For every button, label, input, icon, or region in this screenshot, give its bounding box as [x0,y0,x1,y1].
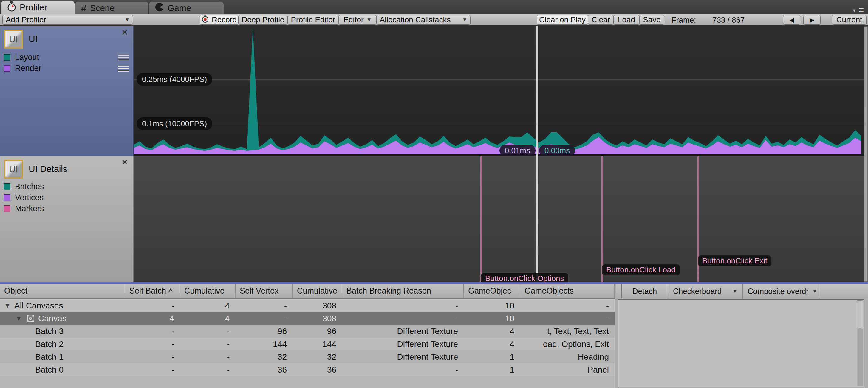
column-header-cumulative[interactable]: Cumulative [293,284,342,298]
module-title: UI [29,34,37,44]
cell-cumulative: 4 [180,312,236,325]
previous-frame-button[interactable]: ◀ [783,15,800,25]
column-header-self-vertex[interactable]: Self Vertex [236,284,293,298]
scrollbar-thumb[interactable] [864,27,868,282]
legend-label: Batches [15,182,44,191]
record-button[interactable]: Record [200,15,239,25]
window-menu-icon[interactable]: ≡ [859,5,864,15]
composite-overdraw-dropdown[interactable]: Composite overdr▼ [742,284,820,299]
tab-label: Game [167,3,191,13]
ui-batch-table: ObjectSelf BatchCumulativeSelf VertexCum… [0,284,615,388]
profile-editor-button[interactable]: Profile Editor [287,15,339,25]
cell-self-vertex: - [236,299,293,312]
table-row-batch-2[interactable]: Batch 2--144144Different Texture4oad, Op… [0,337,615,351]
event-marker-line [480,156,482,282]
tab-scene[interactable]: # Scene [75,2,149,14]
preview-panel: Detach Checkerboard▼ Composite overdr▼ [616,284,868,388]
cell-gameobjec: 10 [464,299,520,312]
cell-gameobjects: Heading [520,351,615,363]
cell-self-batch: - [125,337,180,351]
cell-cumulative: 36 [293,363,342,376]
object-name: All Canvases [14,299,63,312]
right-arrow-icon: ▶ [810,17,814,24]
deep-profile-button[interactable]: Deep Profile [239,15,287,25]
cell-cumulative: 144 [293,337,342,351]
foldout-triangle[interactable]: ▼ [4,299,14,312]
legend-item-batches[interactable]: Batches [4,181,131,192]
tab-bar: Profiler # Scene Game ▾ ≡ [0,0,868,14]
cell-gameobjec: 1 [464,351,520,363]
cell-cumulative: 308 [293,312,342,325]
tab-profiler[interactable]: Profiler [1,1,74,14]
column-header-self-batch[interactable]: Self Batch [125,284,180,298]
detach-button[interactable]: Detach [621,284,668,299]
table-row-all-canvases[interactable]: ▼All Canvases-4-308-10- [0,299,615,312]
module-ui[interactable]: UI UI ✕ LayoutRender [0,26,133,156]
drag-handle-icon[interactable] [118,55,129,62]
cell-self-batch: - [125,351,180,363]
event-marker-label: Button.onClick Exit [698,255,771,266]
table-row-batch-3[interactable]: Batch 3--9696Different Texture4t, Text, … [0,325,615,337]
dropdown-caret-icon: ▼ [125,17,130,22]
close-icon[interactable]: ✕ [121,157,128,167]
table-row-batch-0[interactable]: Batch 0--3636-1Panel [0,363,615,376]
checkerboard-dropdown[interactable]: Checkerboard▼ [668,284,742,299]
selected-frame-value-render: 0.01ms [499,145,535,156]
allocation-callstacks-dropdown[interactable]: Allocation Callstacks▼ [376,15,470,25]
frame-value: 733 / 867 [712,15,745,25]
table-row-canvas[interactable]: ▼Canvas44-308-10- [0,312,615,325]
column-header-gameobjects[interactable]: GameObjects [520,284,615,298]
save-button[interactable]: Save [639,15,664,25]
module-ui-details[interactable]: UI UI Details ✕ BatchesVerticesMarkers [0,156,133,282]
column-header-object[interactable]: Object [0,284,125,298]
legend-item-layout[interactable]: Layout [4,52,131,63]
current-frame-line[interactable] [536,26,538,156]
table-row-batch-1[interactable]: Batch 1--3232Different Texture1Heading [0,351,615,363]
batch-preview-area[interactable] [618,299,864,387]
chart-scrollbar[interactable] [864,26,868,282]
clear-on-play-button[interactable]: Clear on Play [537,15,588,25]
cell-cumulative: 308 [293,299,342,312]
preview-scrollbar[interactable] [857,300,863,386]
cell-cumulative: - [180,325,236,337]
scrollbar-thumb[interactable] [857,300,863,328]
cell-self-vertex: 96 [236,325,293,337]
cell-gameobjects: - [520,299,615,312]
cell-self-batch: - [125,363,180,376]
legend-item-vertices[interactable]: Vertices [4,192,131,203]
foldout-triangle[interactable]: ▼ [16,312,26,325]
ui-details-chart[interactable]: Button.onClick OptionsButton.onClick Loa… [133,156,864,282]
next-frame-button[interactable]: ▶ [803,15,820,25]
column-header-cumulative[interactable]: Cumulative [180,284,236,298]
legend-swatch-icon[interactable] [4,194,10,201]
legend-label: Markers [15,204,44,214]
column-header-batch-breaking-reason[interactable]: Batch Breaking Reason [342,284,464,298]
legend-swatch-icon[interactable] [4,205,10,212]
close-icon[interactable]: ✕ [121,27,128,37]
table-body: ▼All Canvases-4-308-10-▼Canvas44-308-10-… [0,299,615,376]
current-frame-button[interactable]: Current [832,15,867,25]
add-profiler-dropdown[interactable]: Add Profiler ▼ [2,15,133,25]
cell-cumulative: - [180,363,236,376]
current-frame-line[interactable] [536,156,538,282]
tab-game[interactable]: Game [149,2,224,14]
drag-handle-icon[interactable] [118,66,129,73]
window-dropdown-icon[interactable]: ▾ [853,7,856,15]
legend-swatch-icon[interactable] [4,54,10,61]
load-button[interactable]: Load [614,15,639,25]
clear-button[interactable]: Clear [588,15,614,25]
ui-timing-chart[interactable]: 0.25ms (4000FPS)0.1ms (10000FPS)0.01ms0.… [133,26,864,156]
editor-dropdown[interactable]: Editor▼ [339,15,376,25]
ui-module-icon: UI [4,30,23,48]
legend-item-markers[interactable]: Markers [4,203,131,214]
legend-swatch-icon[interactable] [4,65,10,72]
legend-swatch-icon[interactable] [4,183,10,190]
module-title: UI Details [29,164,67,174]
dropdown-caret-icon: ▼ [732,289,737,294]
legend-item-render[interactable]: Render [4,63,131,74]
ui-legend: LayoutRender [4,52,131,74]
cell-cumulative: - [180,351,236,363]
preview-toolbar: Detach Checkerboard▼ Composite overdr▼ [616,284,868,299]
column-header-gameobjec[interactable]: GameObjec [464,284,520,298]
cell-gameobjec: 1 [464,363,520,376]
